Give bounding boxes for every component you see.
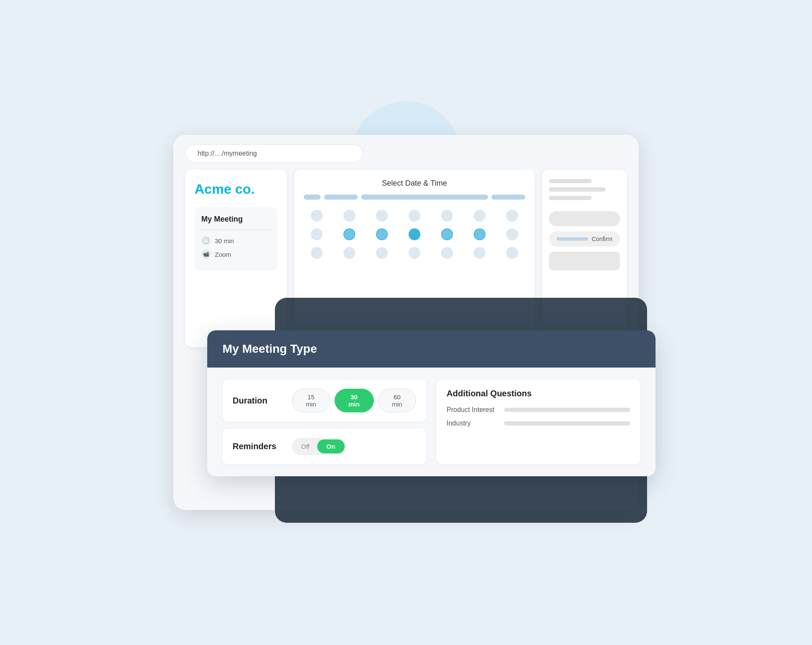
aq-field-label-industry: Industry [447, 420, 497, 427]
calendar-header: Select Date & Time [304, 179, 525, 188]
brand-name: Acme co. [195, 181, 277, 197]
cal-dot-selected[interactable] [409, 228, 420, 240]
cal-dot[interactable] [376, 247, 388, 259]
browser-window: http://..../mymeeting Acme co. My Meetin… [173, 135, 639, 510]
aq-field-bar-industry [504, 421, 630, 425]
cal-dot[interactable] [441, 210, 453, 222]
cal-dot-active[interactable] [474, 228, 486, 240]
cal-dot[interactable] [409, 247, 420, 259]
sidebar-duration: 🕐 30 min [201, 236, 271, 245]
cal-dot-active[interactable] [376, 228, 388, 240]
aq-row-product: Product Interest [447, 406, 630, 414]
outer-wrapper: http://..../mymeeting Acme co. My Meetin… [173, 135, 639, 510]
cal-dot[interactable] [311, 210, 323, 222]
cal-dot[interactable] [506, 210, 518, 222]
aq-field-bar-product [504, 408, 630, 412]
sidebar-meeting-title: My Meeting [201, 215, 271, 224]
sidebar-duration-label: 30 min [215, 237, 234, 244]
toggle-off[interactable]: Off [294, 439, 317, 453]
time-bar [549, 179, 592, 183]
cal-dot[interactable] [376, 210, 388, 222]
meeting-type-body: Duration 15 min 30 min 60 min Reminders … [207, 368, 656, 476]
meeting-type-right: Additional Questions Product Interest In… [436, 379, 640, 464]
time-bar [549, 187, 606, 192]
cal-nav-item [304, 195, 321, 200]
cal-nav-item [491, 195, 525, 200]
meeting-type-card: My Meeting Type Duration 15 min 30 min 6… [207, 330, 656, 476]
cal-nav-item [324, 195, 358, 200]
cal-dot[interactable] [409, 210, 420, 222]
duration-options: 15 min 30 min 60 min [292, 389, 416, 412]
confirm-stripe [557, 237, 588, 241]
duration-section: Duration 15 min 30 min 60 min [222, 379, 426, 422]
duration-btn-15[interactable]: 15 min [292, 389, 330, 412]
cal-dot[interactable] [311, 247, 323, 259]
sidebar-divider [201, 230, 271, 230]
reminders-section: Reminders Off On [222, 428, 426, 464]
cal-nav-item [361, 195, 488, 200]
confirm-label[interactable]: Confirm [592, 236, 612, 242]
cal-dot[interactable] [474, 247, 486, 259]
sidebar-platform-label: Zoom [215, 251, 231, 258]
calendar-dots-grid [304, 206, 525, 262]
address-bar[interactable]: http://..../mymeeting [185, 144, 363, 163]
cal-dot[interactable] [311, 228, 323, 240]
cal-dot[interactable] [441, 247, 453, 259]
reminders-label: Reminders [233, 442, 283, 451]
cal-dot-active[interactable] [441, 228, 453, 240]
meeting-type-title: My Meeting Type [222, 342, 640, 356]
sidebar-platform: 📹 Zoom [201, 250, 271, 259]
reminders-toggle[interactable]: Off On [292, 438, 346, 455]
aq-row-industry: Industry [447, 420, 630, 427]
cal-dot[interactable] [506, 228, 518, 240]
cal-dot[interactable] [343, 247, 355, 259]
calendar-nav-row [304, 195, 525, 200]
meeting-type-header: My Meeting Type [207, 330, 656, 368]
duration-btn-30[interactable]: 30 min [335, 389, 374, 412]
confirm-button-row[interactable]: Confirm [549, 231, 620, 247]
cal-dot[interactable] [343, 210, 355, 222]
video-icon: 📹 [201, 250, 211, 259]
clock-icon: 🕐 [201, 236, 211, 245]
cal-dot[interactable] [474, 210, 486, 222]
time-slot[interactable] [549, 211, 620, 226]
aq-title: Additional Questions [447, 389, 630, 398]
additional-questions-card: Additional Questions Product Interest In… [436, 379, 640, 464]
sidebar-meeting-card: My Meeting 🕐 30 min 📹 Zoom [195, 207, 277, 271]
cal-dot-active[interactable] [343, 228, 355, 240]
meeting-type-left: Duration 15 min 30 min 60 min Reminders … [222, 379, 426, 464]
sidebar: Acme co. My Meeting 🕐 30 min 📹 Zoom [185, 170, 287, 347]
duration-btn-60[interactable]: 60 min [378, 389, 417, 412]
toggle-on[interactable]: On [317, 439, 345, 453]
browser-top-bar: http://..../mymeeting [173, 135, 639, 170]
time-bar [549, 196, 592, 200]
time-slot[interactable] [549, 252, 620, 270]
aq-field-label-product: Product Interest [447, 406, 497, 414]
duration-label: Duration [233, 396, 283, 406]
cal-dot[interactable] [506, 247, 518, 259]
